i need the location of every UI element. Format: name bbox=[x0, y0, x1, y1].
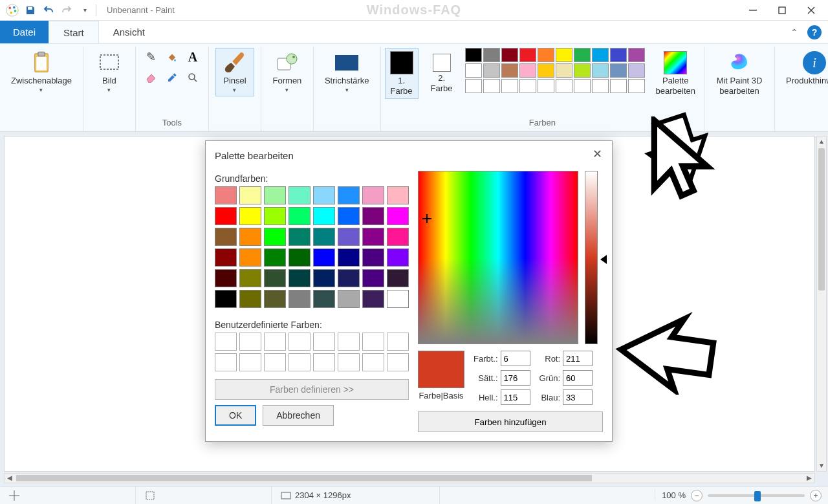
image-select-button[interactable]: Bild ▾ bbox=[90, 48, 129, 96]
basic-color-swatch[interactable] bbox=[215, 290, 237, 308]
palette-swatch[interactable] bbox=[483, 48, 500, 62]
color2-button[interactable]: 2. Farbe bbox=[425, 48, 459, 96]
scroll-down-arrow[interactable]: ▼ bbox=[817, 461, 826, 471]
basic-color-swatch[interactable] bbox=[289, 269, 310, 287]
redo-button[interactable] bbox=[60, 3, 74, 17]
zoom-in-button[interactable]: + bbox=[810, 490, 822, 501]
basic-color-swatch[interactable] bbox=[362, 228, 384, 246]
palette-swatch[interactable] bbox=[556, 48, 572, 62]
custom-color-swatch[interactable] bbox=[313, 333, 335, 351]
palette-swatch[interactable] bbox=[538, 63, 554, 78]
basic-color-swatch[interactable] bbox=[313, 186, 335, 204]
palette-swatch[interactable] bbox=[574, 79, 591, 93]
basic-color-swatch[interactable] bbox=[289, 228, 310, 246]
scroll-right-arrow[interactable]: ▶ bbox=[804, 474, 814, 483]
palette-swatch[interactable] bbox=[538, 79, 554, 93]
help-button[interactable]: ? bbox=[807, 25, 822, 39]
palette-swatch[interactable] bbox=[519, 48, 536, 62]
custom-color-swatch[interactable] bbox=[313, 353, 335, 371]
blue-input[interactable] bbox=[563, 389, 593, 405]
add-color-button[interactable]: Farben hinzufügen bbox=[418, 411, 603, 432]
luminosity-arrow[interactable] bbox=[600, 255, 607, 264]
red-input[interactable] bbox=[563, 351, 593, 366]
stroke-width-button[interactable]: Strichstärke ▾ bbox=[320, 48, 374, 96]
basic-color-swatch[interactable] bbox=[338, 186, 360, 204]
basic-color-swatch[interactable] bbox=[338, 269, 360, 287]
palette-swatch[interactable] bbox=[483, 63, 500, 78]
scroll-up-arrow[interactable]: ▲ bbox=[817, 137, 826, 147]
customize-qat-dropdown[interactable]: ▾ bbox=[78, 3, 92, 17]
save-button[interactable] bbox=[23, 3, 38, 17]
palette-swatch[interactable] bbox=[592, 48, 609, 62]
basic-color-swatch[interactable] bbox=[239, 248, 261, 267]
basic-color-swatch[interactable] bbox=[239, 290, 261, 308]
tool-fill[interactable] bbox=[163, 48, 181, 66]
palette-swatch[interactable] bbox=[501, 63, 518, 78]
palette-swatch[interactable] bbox=[610, 79, 627, 93]
palette-swatch[interactable] bbox=[592, 79, 609, 93]
custom-color-swatch[interactable] bbox=[215, 333, 237, 351]
dialog-titlebar[interactable]: Palette bearbeiten ✕ bbox=[206, 141, 612, 170]
collapse-ribbon-button[interactable]: ⌃ bbox=[788, 27, 801, 38]
hscroll-thumb[interactable] bbox=[16, 475, 592, 481]
basic-color-swatch[interactable] bbox=[313, 207, 335, 225]
custom-color-swatch[interactable] bbox=[264, 353, 286, 371]
basic-color-swatch[interactable] bbox=[362, 207, 384, 225]
tool-pencil[interactable]: ✎ bbox=[142, 48, 160, 66]
basic-color-swatch[interactable] bbox=[313, 269, 335, 287]
maximize-button[interactable] bbox=[767, 1, 796, 20]
palette-swatch[interactable] bbox=[501, 79, 518, 93]
tab-view[interactable]: Ansicht bbox=[99, 21, 159, 43]
palette-swatch[interactable] bbox=[556, 63, 572, 78]
luminosity-slider[interactable] bbox=[585, 171, 598, 344]
basic-color-swatch[interactable] bbox=[264, 207, 286, 225]
tab-file[interactable]: Datei bbox=[0, 21, 49, 43]
basic-color-swatch[interactable] bbox=[338, 248, 360, 267]
zoom-slider-thumb[interactable] bbox=[754, 491, 761, 501]
basic-color-swatch[interactable] bbox=[264, 290, 286, 308]
palette-swatch[interactable] bbox=[501, 48, 518, 62]
paint3d-button[interactable]: Mit Paint 3D bearbeiten bbox=[711, 48, 768, 99]
basic-color-swatch[interactable] bbox=[338, 207, 360, 225]
basic-color-swatch[interactable] bbox=[387, 186, 409, 204]
basic-color-swatch[interactable] bbox=[338, 290, 360, 308]
color1-button[interactable]: 1. Farbe bbox=[385, 48, 419, 99]
green-input[interactable] bbox=[563, 370, 593, 386]
ok-button[interactable]: OK bbox=[215, 405, 256, 426]
basic-color-swatch[interactable] bbox=[362, 248, 384, 267]
edit-palette-button[interactable]: Palette bearbeiten bbox=[651, 48, 700, 99]
basic-color-swatch[interactable] bbox=[362, 186, 384, 204]
palette-swatch[interactable] bbox=[538, 48, 554, 62]
shapes-button[interactable]: Formen ▾ bbox=[268, 48, 307, 96]
palette-swatch[interactable] bbox=[610, 63, 627, 78]
basic-color-swatch[interactable] bbox=[215, 186, 237, 204]
basic-color-swatch[interactable] bbox=[215, 269, 237, 287]
basic-color-swatch[interactable] bbox=[264, 186, 286, 204]
basic-color-swatch[interactable] bbox=[239, 186, 261, 204]
basic-color-swatch[interactable] bbox=[289, 290, 310, 308]
close-button[interactable] bbox=[796, 1, 825, 20]
palette-swatch[interactable] bbox=[465, 48, 482, 62]
palette-swatch[interactable] bbox=[519, 79, 536, 93]
basic-color-swatch[interactable] bbox=[387, 248, 409, 267]
palette-swatch[interactable] bbox=[628, 63, 645, 78]
palette-swatch[interactable] bbox=[465, 79, 482, 93]
product-notice-button[interactable]: i Produkthinweis bbox=[781, 48, 828, 89]
basic-color-swatch[interactable] bbox=[264, 228, 286, 246]
custom-color-swatch[interactable] bbox=[338, 353, 360, 371]
basic-color-swatch[interactable] bbox=[387, 207, 409, 225]
basic-color-swatch[interactable] bbox=[215, 248, 237, 267]
zoom-slider[interactable] bbox=[708, 494, 805, 497]
basic-color-swatch[interactable] bbox=[239, 269, 261, 287]
basic-color-swatch[interactable] bbox=[313, 248, 335, 267]
tool-eraser[interactable] bbox=[142, 69, 160, 87]
palette-swatch[interactable] bbox=[574, 48, 591, 62]
basic-color-swatch[interactable] bbox=[239, 207, 261, 225]
basic-color-swatch[interactable] bbox=[362, 269, 384, 287]
custom-color-swatch[interactable] bbox=[362, 353, 384, 371]
basic-color-swatch[interactable] bbox=[289, 248, 310, 267]
minimize-button[interactable] bbox=[738, 1, 767, 20]
custom-color-swatch[interactable] bbox=[338, 333, 360, 351]
brush-button[interactable]: Pinsel ▾ bbox=[215, 48, 254, 96]
basic-color-swatch[interactable] bbox=[215, 207, 237, 225]
